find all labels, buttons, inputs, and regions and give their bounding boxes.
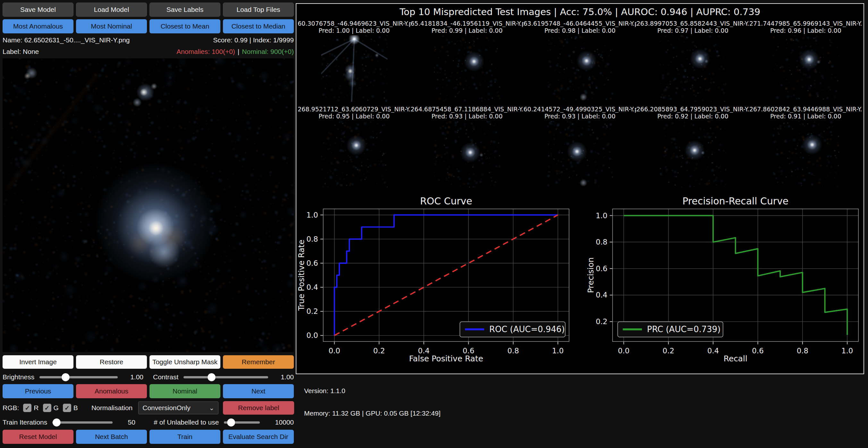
tile-filename: 267.8602842_63.9446988_VIS_NIR-Y.png [749, 106, 862, 113]
svg-text:0.4: 0.4 [596, 291, 607, 299]
next-batch-button[interactable]: Next Batch [76, 430, 147, 444]
misprediction-row-2: 268.9521712_63.6060729_VIS_NIR-Y.pngPred… [297, 106, 864, 191]
reset-model-button[interactable]: Reset Model [3, 430, 73, 444]
brightness-slider[interactable] [39, 376, 118, 378]
prc-curve-chart: 0.00.20.40.60.81.00.20.40.60.81.0Precisi… [586, 195, 864, 366]
misprediction-tile: 263.8997053_65.8582443_VIS_NIR-Y.pngPred… [637, 20, 749, 106]
svg-text:0.0: 0.0 [618, 347, 629, 355]
tile-filename: 65.4181834_-46.1956119_VIS_NIR-Y.png [411, 20, 524, 27]
svg-text:0.6: 0.6 [306, 259, 318, 267]
svg-text:0.2: 0.2 [663, 347, 674, 355]
evaluate-search-dir-button[interactable]: Evaluate Search Dir [223, 430, 294, 444]
restore-button[interactable]: Restore [76, 355, 147, 369]
train-iterations-value: 50 [118, 418, 145, 426]
g-channel-checkbox[interactable] [43, 404, 51, 412]
svg-text:True Positive Rate: True Positive Rate [297, 240, 306, 311]
tile-image [660, 35, 726, 102]
label-counts-text: Anomalies: 100(+0)|Nominal: 900(+0) [177, 48, 294, 56]
closest-to-mean-button[interactable]: Closest to Mean [150, 19, 220, 33]
next-button[interactable]: Next [223, 384, 294, 398]
tile-image [773, 121, 839, 187]
invert-image-button[interactable]: Invert Image [3, 355, 73, 369]
query-button-row: Most Anomalous Most Nominal Closest to M… [3, 19, 294, 33]
contrast-group: Contrast 1.00 [153, 373, 294, 381]
brightness-value: 1.00 [123, 373, 144, 381]
tile-pred-label: Pred: 0.91 | Label: 0.00 [749, 113, 862, 120]
tile-image [434, 35, 500, 102]
unlabelled-value: 10000 [265, 418, 294, 426]
tile-filename: 271.7447985_65.9969143_VIS_NIR-Y.png [749, 20, 862, 27]
memory-status: Memory: 11.32 GB | GPU: 0.05 GB [12:32:4… [304, 410, 440, 417]
tile-pred-label: Pred: 0.99 | Label: 0.00 [411, 27, 524, 34]
svg-text:False Positive Rate: False Positive Rate [409, 354, 483, 363]
train-sliders-row: Train Iterations 50 # of Unlabelled to u… [3, 418, 294, 427]
contrast-label: Contrast [153, 373, 178, 381]
count-separator: | [238, 48, 239, 55]
svg-text:ROC Curve: ROC Curve [420, 196, 472, 207]
svg-text:0.6: 0.6 [596, 264, 607, 273]
file-button-row: Save Model Load Model Save Labels Load T… [3, 3, 294, 17]
name-score-row: Name: 62.6502631_-50...._VIS_NIR-Y.png S… [3, 35, 294, 45]
misprediction-tile: 271.7447985_65.9969143_VIS_NIR-Y.pngPred… [749, 20, 862, 106]
contrast-value: 1.00 [273, 373, 294, 381]
tile-pred-label: Pred: 0.96 | Label: 0.00 [749, 27, 862, 34]
remember-button[interactable]: Remember [223, 355, 294, 369]
r-channel-checkbox[interactable] [23, 404, 31, 412]
results-title: Top 10 Mispredicted Test Images | Acc: 7… [297, 4, 864, 20]
anomalies-count: Anomalies: 100(+0) [177, 48, 235, 55]
svg-text:0.8: 0.8 [306, 235, 318, 243]
label-counts-row: Label: None Anomalies: 100(+0)|Nominal: … [3, 47, 294, 57]
normalisation-label: Normalisation [91, 404, 132, 412]
closest-to-median-button[interactable]: Closest to Median [223, 19, 294, 33]
train-button[interactable]: Train [150, 430, 220, 444]
load-top-files-button[interactable]: Load Top Files [223, 3, 294, 17]
svg-text:PRC (AUC=0.739): PRC (AUC=0.739) [647, 324, 720, 334]
misprediction-tile: 268.9521712_63.6060729_VIS_NIR-Y.pngPred… [298, 106, 411, 191]
tile-filename: 60.2414572_-49.4990325_VIS_NIR-Y.png [524, 106, 637, 113]
most-nominal-button[interactable]: Most Nominal [76, 19, 147, 33]
train-button-row: Reset Model Next Batch Train Evaluate Se… [3, 430, 294, 444]
svg-text:Precision-Recall Curve: Precision-Recall Curve [683, 196, 789, 207]
load-model-button[interactable]: Load Model [76, 3, 147, 17]
remove-label-button[interactable]: Remove label [223, 401, 294, 415]
anomalous-button[interactable]: Anomalous [76, 384, 147, 398]
brightness-slider-thumb[interactable] [62, 373, 70, 381]
most-anomalous-button[interactable]: Most Anomalous [3, 19, 73, 33]
tile-filename: 268.9521712_63.6060729_VIS_NIR-Y.png [298, 106, 411, 113]
misprediction-tile: 65.4181834_-46.1956119_VIS_NIR-Y.pngPred… [411, 20, 524, 106]
train-iterations-slider[interactable] [52, 421, 113, 424]
left-panel: Save Model Load Model Save Labels Load T… [3, 3, 294, 444]
brightness-contrast-row: Brightness 1.00 Contrast 1.00 [3, 372, 294, 382]
normalisation-selected-value: ConversionOnly [143, 404, 190, 412]
b-channel-checkbox[interactable] [63, 404, 71, 412]
train-iterations-slider-thumb[interactable] [53, 418, 61, 426]
svg-text:Precision: Precision [586, 258, 595, 293]
unlabelled-slider[interactable] [224, 421, 260, 424]
contrast-slider[interactable] [184, 376, 268, 378]
tile-filename: 60.3076758_-46.9469623_VIS_NIR-Y.png [298, 20, 411, 27]
save-labels-button[interactable]: Save Labels [150, 3, 220, 17]
unlabelled-slider-thumb[interactable] [227, 418, 235, 426]
svg-text:0.6: 0.6 [752, 347, 764, 355]
brightness-label: Brightness [3, 373, 34, 381]
nav-label-row: Previous Anomalous Nominal Next [3, 384, 294, 398]
previous-button[interactable]: Previous [3, 384, 73, 398]
svg-text:0.8: 0.8 [507, 347, 519, 355]
nominal-count: Nominal: 900(+0) [242, 48, 294, 55]
roc-curve-chart: 0.00.20.40.60.81.00.00.20.40.60.81.0ROC … [297, 195, 574, 366]
tile-image [321, 121, 388, 187]
image-name-text: Name: 62.6502631_-50...._VIS_NIR-Y.png [3, 36, 130, 44]
tile-pred-label: Pred: 0.97 | Label: 0.00 [637, 27, 749, 34]
save-model-button[interactable]: Save Model [3, 3, 73, 17]
contrast-slider-thumb[interactable] [208, 373, 216, 381]
r-channel-label: R [34, 404, 38, 412]
charts-row: 0.00.20.40.60.81.00.00.20.40.60.81.0ROC … [297, 195, 864, 366]
tile-image [773, 35, 839, 102]
toggle-unsharp-mask-button[interactable]: Toggle Unsharp Mask [150, 355, 220, 369]
normalisation-select[interactable]: ConversionOnly ⌄ [138, 401, 218, 414]
tile-pred-label: Pred: 0.93 | Label: 0.00 [524, 113, 637, 120]
results-panel: Top 10 Mispredicted Test Images | Acc: 7… [296, 3, 864, 374]
svg-text:Recall: Recall [724, 354, 747, 363]
nominal-button[interactable]: Nominal [150, 384, 220, 398]
current-label-text: Label: None [3, 48, 39, 56]
